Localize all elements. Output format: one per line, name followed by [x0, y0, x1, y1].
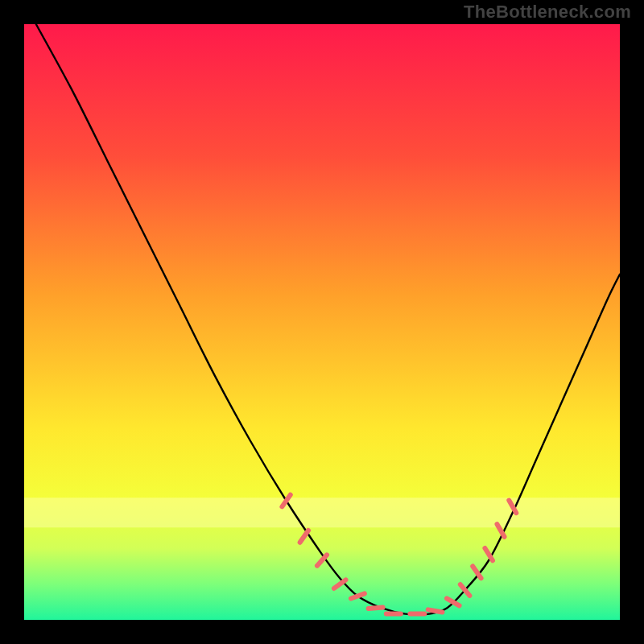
chart-svg: [0, 0, 644, 644]
chart-frame: TheBottleneck.com: [0, 0, 644, 644]
plot-background: [24, 24, 620, 620]
highlight-dash: [369, 607, 383, 609]
pale-band: [24, 497, 620, 527]
watermark-text: TheBottleneck.com: [464, 2, 631, 23]
highlight-dash: [428, 609, 443, 612]
